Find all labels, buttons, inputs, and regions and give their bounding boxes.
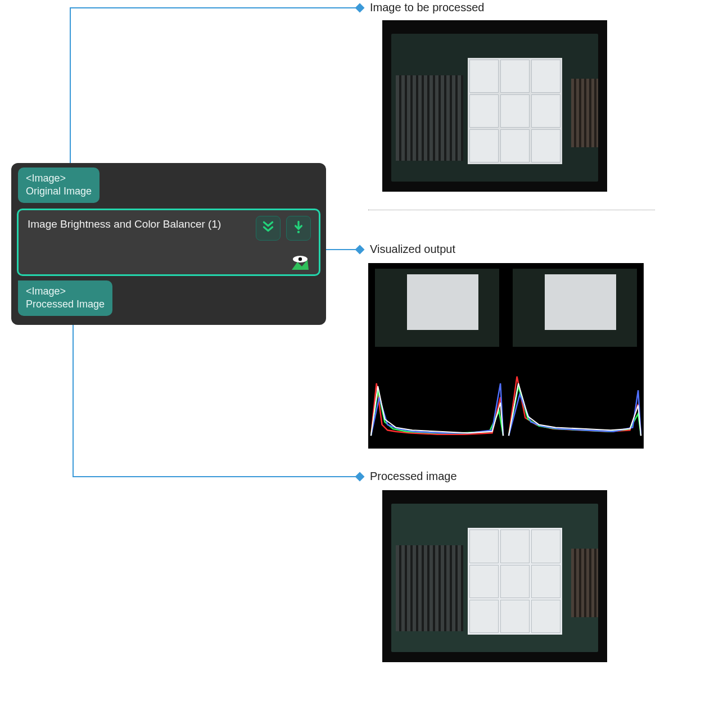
run-once-icon (291, 220, 306, 237)
step-node-panel: <Image> Original Image Image Brightness … (11, 163, 326, 325)
vis-after-thumb (506, 263, 644, 356)
connector-endpoint (355, 245, 365, 255)
svg-point-1 (297, 230, 300, 233)
node-body[interactable]: Image Brightness and Color Balancer (1) (17, 209, 320, 276)
vis-before-thumb (368, 263, 506, 356)
section-divider (368, 210, 655, 210)
label-image-to-be-processed: Image to be processed (370, 1, 484, 14)
label-processed-image: Processed image (370, 470, 457, 483)
histogram-before (368, 356, 506, 449)
output-port-processed-image[interactable]: <Image> Processed Image (18, 280, 112, 316)
run-all-icon (261, 220, 275, 237)
input-image-preview (382, 20, 607, 192)
run-once-button[interactable] (286, 216, 311, 241)
visualize-icon[interactable] (291, 255, 310, 271)
port-type: <Image> (26, 285, 105, 298)
input-port-original-image[interactable]: <Image> Original Image (18, 168, 100, 203)
port-type: <Image> (26, 172, 92, 185)
histogram-after (506, 356, 644, 449)
port-name: Processed Image (26, 298, 105, 311)
svg-point-3 (299, 257, 302, 261)
processed-image-preview (382, 490, 607, 662)
connector-endpoint (355, 472, 365, 482)
port-name: Original Image (26, 185, 92, 198)
label-visualized-output: Visualized output (370, 243, 455, 256)
connector-endpoint (355, 3, 365, 13)
visualized-output-preview (368, 263, 644, 449)
run-continuous-button[interactable] (256, 216, 281, 241)
